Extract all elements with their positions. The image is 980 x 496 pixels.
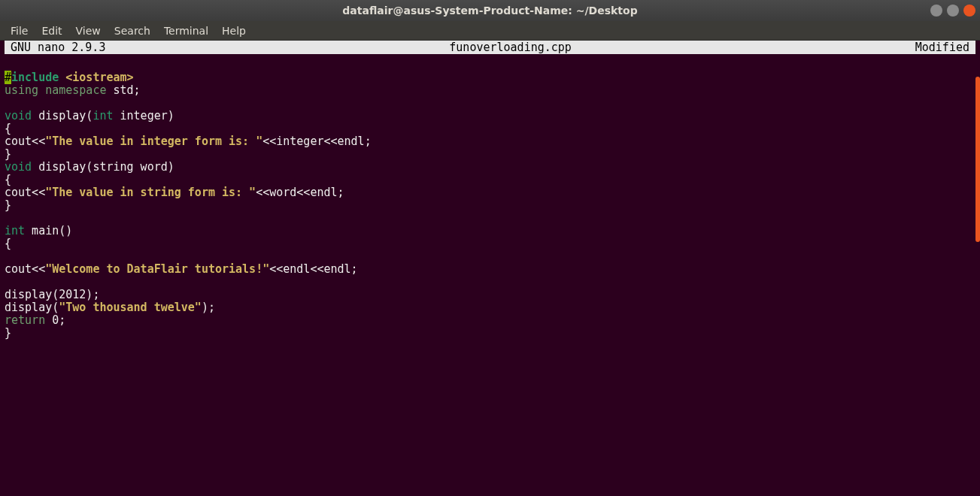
window-titlebar: dataflair@asus-System-Product-Name: ~/De…: [0, 0, 980, 21]
tok-header: <iostream>: [65, 71, 133, 84]
code-line: {: [5, 173, 11, 186]
code-line: display(2012);: [5, 288, 99, 301]
code-line: cout<<"Welcome to DataFlair tutorials!"<…: [5, 262, 358, 276]
tok-string: "Welcome to DataFlair tutorials!": [45, 262, 269, 276]
minimize-icon[interactable]: [930, 5, 942, 17]
code-line: using namespace std;: [5, 83, 141, 97]
maximize-icon[interactable]: [947, 5, 959, 17]
window-title: dataflair@asus-System-Product-Name: ~/De…: [342, 5, 637, 17]
window-controls: [930, 5, 975, 17]
tok-string: "The value in string form is: ": [45, 186, 256, 199]
editor-area[interactable]: #include <iostream> using namespace std;…: [0, 54, 980, 496]
code-line: void display(string word): [5, 160, 174, 174]
tok-string: "Two thousand twelve": [59, 301, 202, 314]
nano-status-bar: GNU nano 2.9.3 funoverloading.cpp Modifi…: [5, 41, 975, 54]
cursor: #: [5, 71, 11, 84]
code-line: cout<<"The value in string form is: "<<w…: [5, 186, 344, 199]
nano-filename: funoverloading.cpp: [105, 41, 915, 54]
tok-string: "The value in integer form is: ": [45, 135, 262, 148]
nano-modified-status: Modified: [915, 41, 975, 54]
menu-terminal[interactable]: Terminal: [158, 23, 214, 39]
tok-return: return: [5, 313, 45, 327]
menu-search[interactable]: Search: [108, 23, 156, 39]
code-line: {: [5, 237, 11, 250]
code-line: display("Two thousand twelve");: [5, 301, 215, 314]
tok-int: int: [93, 109, 113, 122]
code-line: cout<<"The value in integer form is: "<<…: [5, 135, 372, 148]
menu-view[interactable]: View: [70, 23, 107, 39]
code-line: }: [5, 147, 11, 161]
menubar: File Edit View Search Terminal Help: [0, 21, 980, 41]
code-line: #include <iostream>: [5, 71, 134, 84]
tok-void: void: [5, 109, 32, 122]
menu-help[interactable]: Help: [216, 23, 252, 39]
menu-file[interactable]: File: [5, 23, 34, 39]
code-line: }: [5, 326, 11, 340]
scrollbar-handle[interactable]: [975, 77, 980, 242]
tok-void: void: [5, 160, 32, 174]
code-line: void display(int integer): [5, 109, 174, 122]
menu-edit[interactable]: Edit: [35, 23, 68, 39]
code-line: return 0;: [5, 313, 65, 327]
code-line: {: [5, 122, 11, 135]
tok-using: using: [5, 83, 38, 97]
tok-include: include: [11, 71, 59, 84]
tok-namespace: namespace: [45, 83, 106, 97]
close-icon[interactable]: [963, 5, 975, 17]
code-line: }: [5, 198, 11, 212]
code-line: int main(): [5, 224, 72, 237]
nano-version: GNU nano 2.9.3: [5, 41, 105, 54]
tok-int: int: [5, 224, 25, 237]
